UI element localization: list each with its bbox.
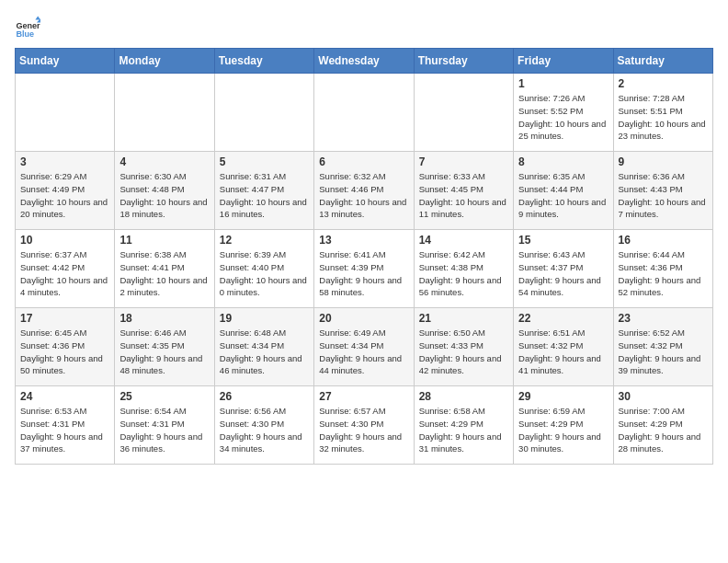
week-row-4: 17Sunrise: 6:45 AM Sunset: 4:36 PM Dayli…: [16, 308, 713, 386]
header-cell-wednesday: Wednesday: [314, 49, 414, 74]
header-cell-thursday: Thursday: [414, 49, 513, 74]
day-cell: 30Sunrise: 7:00 AM Sunset: 4:29 PM Dayli…: [613, 386, 712, 465]
day-number: 16: [619, 234, 708, 247]
logo-icon: General Blue: [15, 15, 40, 40]
day-cell: 4Sunrise: 6:30 AM Sunset: 4:48 PM Daylig…: [115, 152, 214, 230]
day-cell: 19Sunrise: 6:48 AM Sunset: 4:34 PM Dayli…: [214, 308, 313, 386]
day-cell: 10Sunrise: 6:37 AM Sunset: 4:42 PM Dayli…: [16, 230, 115, 308]
header: General Blue: [15, 15, 713, 40]
day-info: Sunrise: 6:57 AM Sunset: 4:30 PM Dayligh…: [319, 405, 408, 455]
day-cell: 28Sunrise: 6:58 AM Sunset: 4:29 PM Dayli…: [414, 386, 513, 465]
day-info: Sunrise: 6:45 AM Sunset: 4:36 PM Dayligh…: [20, 327, 109, 377]
day-info: Sunrise: 7:28 AM Sunset: 5:51 PM Dayligh…: [619, 92, 708, 143]
day-info: Sunrise: 6:41 AM Sunset: 4:39 PM Dayligh…: [319, 248, 408, 299]
day-number: 6: [319, 155, 408, 168]
day-info: Sunrise: 6:56 AM Sunset: 4:30 PM Dayligh…: [220, 405, 309, 455]
day-cell: 7Sunrise: 6:33 AM Sunset: 4:45 PM Daylig…: [414, 152, 513, 230]
day-info: Sunrise: 6:49 AM Sunset: 4:34 PM Dayligh…: [319, 327, 408, 377]
day-info: Sunrise: 6:53 AM Sunset: 4:31 PM Dayligh…: [20, 405, 109, 455]
day-cell: 9Sunrise: 6:36 AM Sunset: 4:43 PM Daylig…: [613, 152, 712, 230]
calendar-body: 1Sunrise: 7:26 AM Sunset: 5:52 PM Daylig…: [16, 74, 713, 465]
day-number: 24: [20, 390, 109, 403]
day-info: Sunrise: 6:42 AM Sunset: 4:38 PM Dayligh…: [419, 248, 508, 299]
header-cell-sunday: Sunday: [16, 49, 115, 74]
day-number: 20: [319, 312, 408, 325]
day-info: Sunrise: 7:00 AM Sunset: 4:29 PM Dayligh…: [619, 405, 708, 455]
day-number: 22: [518, 312, 608, 325]
week-row-2: 3Sunrise: 6:29 AM Sunset: 4:49 PM Daylig…: [16, 152, 713, 230]
header-cell-monday: Monday: [115, 49, 214, 74]
day-info: Sunrise: 6:35 AM Sunset: 4:44 PM Dayligh…: [518, 170, 608, 221]
day-number: 3: [20, 155, 109, 168]
day-cell: 17Sunrise: 6:45 AM Sunset: 4:36 PM Dayli…: [16, 308, 115, 386]
day-info: Sunrise: 6:48 AM Sunset: 4:34 PM Dayligh…: [220, 327, 309, 377]
day-cell: 11Sunrise: 6:38 AM Sunset: 4:41 PM Dayli…: [115, 230, 214, 308]
day-number: 25: [119, 390, 209, 403]
day-cell: 23Sunrise: 6:52 AM Sunset: 4:32 PM Dayli…: [613, 308, 712, 386]
day-cell: [115, 74, 214, 152]
day-number: 7: [419, 155, 508, 168]
day-cell: 12Sunrise: 6:39 AM Sunset: 4:40 PM Dayli…: [214, 230, 313, 308]
day-cell: 26Sunrise: 6:56 AM Sunset: 4:30 PM Dayli…: [214, 386, 313, 465]
day-number: 14: [419, 234, 508, 247]
day-info: Sunrise: 6:38 AM Sunset: 4:41 PM Dayligh…: [119, 248, 209, 299]
day-info: Sunrise: 6:46 AM Sunset: 4:35 PM Dayligh…: [119, 327, 209, 377]
day-info: Sunrise: 6:52 AM Sunset: 4:32 PM Dayligh…: [619, 327, 708, 377]
day-info: Sunrise: 6:51 AM Sunset: 4:32 PM Dayligh…: [518, 327, 608, 377]
day-number: 30: [619, 390, 708, 403]
day-cell: 20Sunrise: 6:49 AM Sunset: 4:34 PM Dayli…: [314, 308, 414, 386]
day-cell: [314, 74, 414, 152]
day-info: Sunrise: 6:30 AM Sunset: 4:48 PM Dayligh…: [119, 170, 209, 221]
day-number: 10: [20, 234, 109, 247]
day-info: Sunrise: 6:39 AM Sunset: 4:40 PM Dayligh…: [220, 248, 309, 299]
day-info: Sunrise: 6:36 AM Sunset: 4:43 PM Dayligh…: [619, 170, 708, 221]
week-row-5: 24Sunrise: 6:53 AM Sunset: 4:31 PM Dayli…: [16, 386, 713, 465]
day-cell: [16, 74, 115, 152]
day-number: 2: [619, 77, 708, 90]
day-number: 15: [518, 234, 608, 247]
logo: General Blue: [15, 15, 44, 40]
day-number: 1: [518, 77, 608, 90]
header-cell-tuesday: Tuesday: [214, 49, 313, 74]
day-number: 29: [518, 390, 608, 403]
day-cell: 5Sunrise: 6:31 AM Sunset: 4:47 PM Daylig…: [214, 152, 313, 230]
day-cell: 24Sunrise: 6:53 AM Sunset: 4:31 PM Dayli…: [16, 386, 115, 465]
week-row-3: 10Sunrise: 6:37 AM Sunset: 4:42 PM Dayli…: [16, 230, 713, 308]
day-number: 13: [319, 234, 408, 247]
day-number: 21: [419, 312, 508, 325]
day-info: Sunrise: 6:43 AM Sunset: 4:37 PM Dayligh…: [518, 248, 608, 299]
day-number: 17: [20, 312, 109, 325]
day-info: Sunrise: 6:54 AM Sunset: 4:31 PM Dayligh…: [119, 405, 209, 455]
day-number: 27: [319, 390, 408, 403]
day-cell: 29Sunrise: 6:59 AM Sunset: 4:29 PM Dayli…: [514, 386, 613, 465]
week-row-1: 1Sunrise: 7:26 AM Sunset: 5:52 PM Daylig…: [16, 74, 713, 152]
day-cell: 25Sunrise: 6:54 AM Sunset: 4:31 PM Dayli…: [115, 386, 214, 465]
day-cell: 14Sunrise: 6:42 AM Sunset: 4:38 PM Dayli…: [414, 230, 513, 308]
svg-text:Blue: Blue: [16, 29, 34, 39]
day-cell: 6Sunrise: 6:32 AM Sunset: 4:46 PM Daylig…: [314, 152, 414, 230]
day-number: 9: [619, 155, 708, 168]
header-cell-saturday: Saturday: [613, 49, 712, 74]
day-info: Sunrise: 6:58 AM Sunset: 4:29 PM Dayligh…: [419, 405, 508, 455]
day-cell: 3Sunrise: 6:29 AM Sunset: 4:49 PM Daylig…: [16, 152, 115, 230]
day-cell: 22Sunrise: 6:51 AM Sunset: 4:32 PM Dayli…: [514, 308, 613, 386]
day-cell: [214, 74, 313, 152]
day-cell: [414, 74, 513, 152]
day-cell: 18Sunrise: 6:46 AM Sunset: 4:35 PM Dayli…: [115, 308, 214, 386]
day-number: 5: [220, 155, 309, 168]
day-cell: 21Sunrise: 6:50 AM Sunset: 4:33 PM Dayli…: [414, 308, 513, 386]
day-cell: 2Sunrise: 7:28 AM Sunset: 5:51 PM Daylig…: [613, 74, 712, 152]
day-info: Sunrise: 7:26 AM Sunset: 5:52 PM Dayligh…: [518, 92, 608, 143]
day-info: Sunrise: 6:29 AM Sunset: 4:49 PM Dayligh…: [20, 170, 109, 221]
day-cell: 1Sunrise: 7:26 AM Sunset: 5:52 PM Daylig…: [514, 74, 613, 152]
day-number: 26: [220, 390, 309, 403]
day-cell: 13Sunrise: 6:41 AM Sunset: 4:39 PM Dayli…: [314, 230, 414, 308]
day-number: 18: [119, 312, 209, 325]
day-number: 11: [119, 234, 209, 247]
day-cell: 27Sunrise: 6:57 AM Sunset: 4:30 PM Dayli…: [314, 386, 414, 465]
day-info: Sunrise: 6:37 AM Sunset: 4:42 PM Dayligh…: [20, 248, 109, 299]
header-cell-friday: Friday: [514, 49, 613, 74]
day-info: Sunrise: 6:44 AM Sunset: 4:36 PM Dayligh…: [619, 248, 708, 299]
day-cell: 16Sunrise: 6:44 AM Sunset: 4:36 PM Dayli…: [613, 230, 712, 308]
day-number: 23: [619, 312, 708, 325]
